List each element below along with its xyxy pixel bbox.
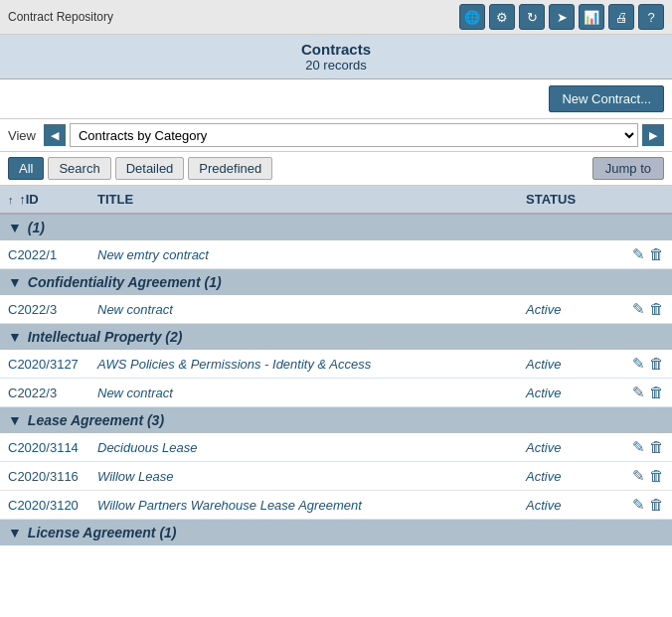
row-status: Active bbox=[518, 462, 617, 491]
row-id[interactable]: C2020/3114 bbox=[0, 433, 89, 462]
group-arrow-icon: ▼ bbox=[8, 329, 22, 345]
help-icon-btn[interactable]: ? bbox=[638, 4, 664, 30]
id-column-header[interactable]: ↑ ↑ID bbox=[0, 186, 89, 214]
header-section: Contracts 20 records bbox=[0, 35, 672, 79]
row-actions: ✎ 🗑 bbox=[617, 295, 672, 324]
group-header-row[interactable]: ▼Intellectual Property (2) bbox=[0, 324, 672, 351]
group-arrow-icon: ▼ bbox=[8, 220, 22, 235]
delete-icon[interactable]: 🗑 bbox=[649, 438, 664, 456]
table-header-row: ↑ ↑ID TITLE STATUS bbox=[0, 186, 672, 214]
view-label: View bbox=[8, 128, 36, 143]
title-bar: Contract Repository 🌐 ⚙ ↻ ➤ 📊 🖨 ? bbox=[0, 0, 672, 35]
group-name: Intellectual Property (2) bbox=[28, 329, 183, 345]
refresh-icon-btn[interactable]: ↻ bbox=[519, 4, 545, 30]
row-id[interactable]: C2022/3 bbox=[0, 379, 89, 407]
row-title[interactable]: New contract bbox=[89, 379, 518, 407]
table-row: C2020/3127AWS Policies & Permissions - I… bbox=[0, 350, 672, 379]
actions-column-header bbox=[617, 186, 672, 214]
row-status bbox=[518, 240, 617, 269]
print-icon-btn[interactable]: 🖨 bbox=[608, 4, 634, 30]
title-bar-text: Contract Repository bbox=[8, 10, 113, 24]
share-icon-btn[interactable]: ➤ bbox=[549, 4, 575, 30]
jump-to-button[interactable]: Jump to bbox=[592, 157, 664, 180]
table-row: C2022/1New emtry contract ✎ 🗑 bbox=[0, 240, 672, 269]
all-filter-button[interactable]: All bbox=[8, 157, 44, 180]
delete-icon[interactable]: 🗑 bbox=[649, 300, 664, 318]
view-prev-button[interactable]: ◀ bbox=[44, 124, 66, 146]
row-title[interactable]: Willow Lease bbox=[89, 462, 518, 491]
toolbar: New Contract... bbox=[0, 79, 672, 119]
row-id[interactable]: C2020/3127 bbox=[0, 350, 89, 379]
search-filter-button[interactable]: Search bbox=[48, 157, 110, 180]
view-next-button[interactable]: ▶ bbox=[642, 124, 664, 146]
group-header-row[interactable]: ▼Lease Agreement (3) bbox=[0, 407, 672, 434]
delete-icon[interactable]: 🗑 bbox=[649, 355, 664, 373]
contracts-table: ↑ ↑ID TITLE STATUS ▼(1)C2022/1New emtry … bbox=[0, 186, 672, 545]
delete-icon[interactable]: 🗑 bbox=[649, 496, 664, 514]
delete-icon[interactable]: 🗑 bbox=[649, 384, 664, 401]
edit-icon[interactable]: ✎ bbox=[632, 355, 645, 373]
sort-arrow-icon: ↑ bbox=[8, 194, 14, 206]
detailed-filter-button[interactable]: Detailed bbox=[115, 157, 185, 180]
edit-icon[interactable]: ✎ bbox=[632, 245, 645, 263]
row-title[interactable]: New emtry contract bbox=[89, 240, 518, 269]
row-id[interactable]: C2020/3120 bbox=[0, 491, 89, 520]
table-row: C2020/3116Willow LeaseActive ✎ 🗑 bbox=[0, 462, 672, 491]
new-contract-button[interactable]: New Contract... bbox=[549, 85, 664, 112]
row-actions: ✎ 🗑 bbox=[617, 379, 672, 407]
row-id[interactable]: C2022/1 bbox=[0, 240, 89, 269]
row-actions: ✎ 🗑 bbox=[617, 350, 672, 379]
delete-icon[interactable]: 🗑 bbox=[649, 467, 664, 485]
globe-icon-btn[interactable]: 🌐 bbox=[459, 4, 485, 30]
row-status: Active bbox=[518, 295, 617, 324]
contracts-title: Contracts bbox=[6, 41, 666, 58]
group-name: Confidentiality Agreement (1) bbox=[28, 274, 222, 290]
delete-icon[interactable]: 🗑 bbox=[649, 245, 664, 263]
row-id[interactable]: C2020/3116 bbox=[0, 462, 89, 491]
group-header-row[interactable]: ▼Confidentiality Agreement (1) bbox=[0, 269, 672, 296]
row-status: Active bbox=[518, 433, 617, 462]
table-row: C2020/3120Willow Partners Warehouse Leas… bbox=[0, 491, 672, 520]
status-column-header[interactable]: STATUS bbox=[518, 186, 617, 214]
row-actions: ✎ 🗑 bbox=[617, 462, 672, 491]
filter-bar: All Search Detailed Predefined Jump to bbox=[0, 152, 672, 186]
group-header-row[interactable]: ▼License Agreement (1) bbox=[0, 520, 672, 546]
edit-icon[interactable]: ✎ bbox=[632, 496, 645, 514]
row-actions: ✎ 🗑 bbox=[617, 240, 672, 269]
row-title[interactable]: New contract bbox=[89, 295, 518, 324]
gear-icon-btn[interactable]: ⚙ bbox=[489, 4, 515, 30]
group-arrow-icon: ▼ bbox=[8, 412, 22, 428]
view-select[interactable]: Contracts by Category bbox=[70, 123, 638, 147]
group-arrow-icon: ▼ bbox=[8, 525, 22, 540]
row-title[interactable]: AWS Policies & Permissions - Identity & … bbox=[89, 350, 518, 379]
row-id[interactable]: C2022/3 bbox=[0, 295, 89, 324]
group-name: Lease Agreement (3) bbox=[28, 412, 164, 428]
table-row: C2022/3New contractActive ✎ 🗑 bbox=[0, 295, 672, 324]
view-bar: View ◀ Contracts by Category ▶ bbox=[0, 119, 672, 152]
group-header-row[interactable]: ▼(1) bbox=[0, 214, 672, 240]
table-row: C2022/3New contractActive ✎ 🗑 bbox=[0, 379, 672, 407]
row-status: Active bbox=[518, 491, 617, 520]
row-status: Active bbox=[518, 379, 617, 407]
edit-icon[interactable]: ✎ bbox=[632, 438, 645, 456]
row-actions: ✎ 🗑 bbox=[617, 433, 672, 462]
table-row: C2020/3114Deciduous LeaseActive ✎ 🗑 bbox=[0, 433, 672, 462]
predefined-filter-button[interactable]: Predefined bbox=[188, 157, 272, 180]
group-arrow-icon: ▼ bbox=[8, 274, 22, 290]
group-name: (1) bbox=[28, 220, 45, 235]
group-name: License Agreement (1) bbox=[28, 525, 177, 540]
row-actions: ✎ 🗑 bbox=[617, 491, 672, 520]
title-bar-icons: 🌐 ⚙ ↻ ➤ 📊 🖨 ? bbox=[459, 4, 664, 30]
title-column-header[interactable]: TITLE bbox=[89, 186, 518, 214]
edit-icon[interactable]: ✎ bbox=[632, 467, 645, 485]
edit-icon[interactable]: ✎ bbox=[632, 384, 645, 401]
row-status: Active bbox=[518, 350, 617, 379]
chart-icon-btn[interactable]: 📊 bbox=[579, 4, 604, 30]
records-count: 20 records bbox=[6, 58, 666, 73]
row-title[interactable]: Deciduous Lease bbox=[89, 433, 518, 462]
row-title[interactable]: Willow Partners Warehouse Lease Agreemen… bbox=[89, 491, 518, 520]
edit-icon[interactable]: ✎ bbox=[632, 300, 645, 318]
